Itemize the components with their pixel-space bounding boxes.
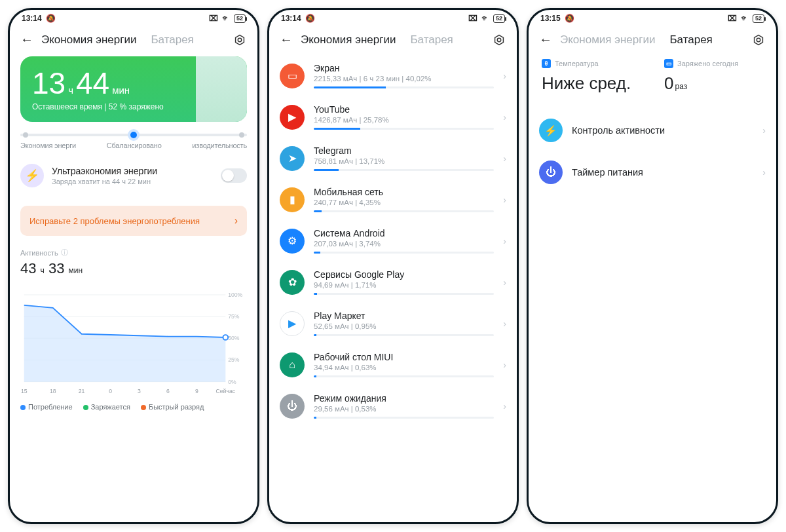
slider-label-right: изводительность xyxy=(192,142,247,149)
tab-battery[interactable]: Батарея xyxy=(151,33,193,47)
ultra-saving-row: ⚡ Ультраэкономия энергии Заряда хватит н… xyxy=(20,164,247,187)
app-name: Система Android xyxy=(314,228,494,238)
back-button[interactable]: ← xyxy=(280,32,293,47)
svg-text:25%: 25% xyxy=(228,356,240,363)
app-row[interactable]: ▶ Play Маркет 52,65 мАч | 0,95% › xyxy=(280,304,506,345)
setting-row[interactable]: ⏻ Таймер питания › xyxy=(539,151,766,193)
app-usage-text: 94,69 мАч | 1,71% xyxy=(314,281,494,289)
charged-today-tile[interactable]: ▭Заряжено сегодня 0раз xyxy=(664,59,763,94)
app-usage-text: 240,77 мАч | 4,35% xyxy=(314,199,494,206)
ultra-title: Ультраэкономия энергии xyxy=(52,166,213,176)
battery-icon: 52 xyxy=(753,14,764,23)
chevron-right-icon: › xyxy=(503,318,506,329)
tab-battery[interactable]: Батарея xyxy=(669,33,712,47)
app-usage-text: 2215,33 мАч | 6 ч 23 мин | 40,02% xyxy=(314,75,494,83)
calendar-icon: ▭ xyxy=(664,59,673,68)
phone-3-battery-tab: 13:15 🔕 ⌧ ᯤ 52 ← Экономия энергии Батаре… xyxy=(527,8,778,524)
app-name: Telegram xyxy=(314,145,494,156)
legend-consume: Потребление xyxy=(28,403,73,411)
app-row[interactable]: ▮ Мобильная сеть 240,77 мАч | 4,35% › xyxy=(280,180,506,221)
app-row[interactable]: ✿ Сервисы Google Play 94,69 мАч | 1,71% … xyxy=(280,263,506,304)
settings-icon[interactable] xyxy=(492,33,506,47)
phone-2-app-usage: 13:14 🔕 ⌧ ᯤ 52 ← Экономия энергии Батаре… xyxy=(267,8,519,524)
ultra-toggle[interactable] xyxy=(221,168,247,183)
back-button[interactable]: ← xyxy=(539,32,552,47)
activity-hours: 43 xyxy=(20,260,36,276)
chevron-right-icon: › xyxy=(503,153,506,164)
svg-text:Сейчас: Сейчас xyxy=(216,388,236,394)
svg-text:6: 6 xyxy=(166,388,170,394)
bolt-icon: ⚡ xyxy=(20,164,44,187)
app-usage-text: 29,56 мАч | 0,53% xyxy=(314,405,494,413)
svg-text:18: 18 xyxy=(50,388,56,394)
app-usage-text: 34,94 мАч | 0,63% xyxy=(314,364,494,371)
hero-hours-unit: ч xyxy=(68,85,73,96)
tab-energy[interactable]: Экономия энергии xyxy=(301,33,396,47)
app-usage-bar xyxy=(314,375,494,377)
app-usage-list: ▭ Экран 2215,33 мАч | 6 ч 23 мин | 40,02… xyxy=(280,56,506,428)
activity-mins-unit: мин xyxy=(69,266,83,275)
app-name: Мобильная сеть xyxy=(314,187,494,197)
app-name: Экран xyxy=(314,63,494,73)
svg-point-20 xyxy=(497,38,501,42)
battery-stats: θТемпература Ниже сред. ▭Заряжено сегодн… xyxy=(539,56,766,109)
app-usage-bar xyxy=(314,128,494,130)
help-icon[interactable]: ⓘ xyxy=(61,248,68,257)
activity-label: Активность xyxy=(20,249,58,257)
app-icon: ⌂ xyxy=(280,352,305,377)
setting-row[interactable]: ⚡ Контроль активности › xyxy=(539,109,766,151)
app-usage-text: 52,65 мАч | 0,95% xyxy=(314,322,494,330)
setting-icon: ⚡ xyxy=(539,119,563,142)
page-header: ← Экономия энергии Батарея xyxy=(10,26,257,56)
tab-energy[interactable]: Экономия энергии xyxy=(560,33,655,47)
svg-point-21 xyxy=(757,38,760,42)
app-name: Play Маркет xyxy=(314,311,494,321)
keyboard-icon: ⌧ xyxy=(468,14,477,23)
battery-icon: 52 xyxy=(493,14,505,23)
app-usage-text: 207,03 мАч | 3,74% xyxy=(314,240,494,248)
hero-hours: 13 xyxy=(32,68,66,98)
app-usage-bar xyxy=(314,252,494,254)
app-row[interactable]: ▶ YouTube 1426,87 мАч | 25,78% › xyxy=(280,98,506,139)
thermometer-icon: θ xyxy=(542,59,551,68)
slider-stop-economy[interactable] xyxy=(23,132,28,138)
svg-text:0: 0 xyxy=(109,388,112,394)
slider-label-center: Сбалансировано xyxy=(107,142,162,149)
chevron-right-icon: › xyxy=(503,277,506,288)
issues-banner[interactable]: Исправьте 2 проблемы энергопотребления › xyxy=(20,206,247,236)
issues-text: Исправьте 2 проблемы энергопотребления xyxy=(29,216,200,226)
app-usage-text: 1426,87 мАч | 25,78% xyxy=(314,116,494,124)
chevron-right-icon: › xyxy=(503,195,506,205)
app-row[interactable]: ⌂ Рабочий стол MIUI 34,94 мАч | 0,63% › xyxy=(280,345,506,387)
app-row[interactable]: ⏻ Режим ожидания 29,56 мАч | 0,53% › xyxy=(280,387,506,428)
back-button[interactable]: ← xyxy=(20,32,33,47)
battery-settings-list: ⚡ Контроль активности ›⏻ Таймер питания … xyxy=(539,109,766,193)
app-usage-bar xyxy=(314,293,494,295)
slider-handle[interactable] xyxy=(128,129,140,141)
chevron-right-icon: › xyxy=(762,167,766,178)
tab-energy[interactable]: Экономия энергии xyxy=(41,33,136,47)
remaining-time-card[interactable]: 13 ч 44 мин Оставшееся время | 52 % заря… xyxy=(20,56,247,122)
legend-fast: Быстрый разряд xyxy=(149,403,204,411)
svg-text:0%: 0% xyxy=(228,379,236,385)
settings-icon[interactable] xyxy=(751,33,766,47)
power-mode-slider[interactable]: Экономия энерги Сбалансировано изводител… xyxy=(20,134,247,149)
settings-icon[interactable] xyxy=(233,33,247,47)
status-bar: 13:14 🔕 ⌧ ᯤ 52 xyxy=(10,10,257,26)
keyboard-icon: ⌧ xyxy=(209,14,218,23)
app-row[interactable]: ⚙ Система Android 207,03 мАч | 3,74% › xyxy=(280,221,506,263)
keyboard-icon: ⌧ xyxy=(728,14,737,23)
app-name: Сервисы Google Play xyxy=(314,269,494,280)
temperature-tile[interactable]: θТемпература Ниже сред. xyxy=(542,59,641,94)
svg-text:75%: 75% xyxy=(228,313,240,320)
slider-stop-performance[interactable] xyxy=(239,132,244,138)
app-row[interactable]: ➤ Telegram 758,81 мАч | 13,71% › xyxy=(280,139,506,180)
page-header: ← Экономия энергии Батарея xyxy=(269,26,517,56)
app-row[interactable]: ▭ Экран 2215,33 мАч | 6 ч 23 мин | 40,02… xyxy=(280,56,506,98)
tab-battery[interactable]: Батарея xyxy=(410,33,453,47)
app-usage-bar xyxy=(314,417,494,419)
svg-text:15: 15 xyxy=(21,388,28,394)
wifi-icon: ᯤ xyxy=(222,14,230,23)
activity-hours-unit: ч xyxy=(41,266,45,275)
app-icon: ▶ xyxy=(280,105,305,130)
